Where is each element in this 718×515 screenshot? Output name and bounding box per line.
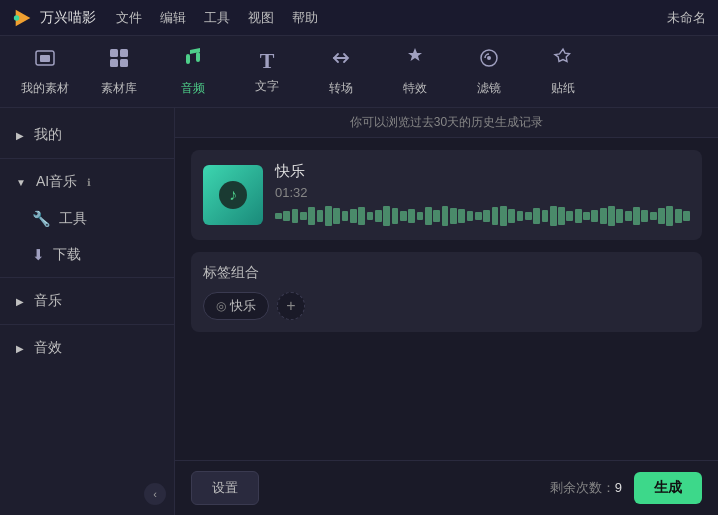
bottom-right: 剩余次数：9 生成 [550,472,702,504]
logo: 万兴喵影 [12,7,96,29]
title-menu: 文件 编辑 工具 视图 帮助 [116,9,667,27]
tools-icon: 🔧 [32,210,51,228]
toolbar-effect-label: 特效 [403,80,427,97]
sidebar-download-label: 下载 [53,246,81,264]
ai-tag: ℹ [87,177,91,188]
my-material-icon [33,46,57,76]
tags-row: ◎ 快乐 + [203,292,690,320]
toolbar-sticker-label: 贴纸 [551,80,575,97]
sidebar-item-music[interactable]: ▶ 音乐 [0,282,174,320]
arrow-icon-ai: ▼ [16,177,26,188]
logo-icon [12,7,34,29]
tags-title: 标签组合 [203,264,690,282]
filter-icon [477,46,501,76]
effect-icon [403,46,427,76]
menu-help[interactable]: 帮助 [292,9,318,27]
audio-icon [181,46,205,76]
transition-icon [329,46,353,76]
add-icon: + [286,297,295,315]
svg-rect-8 [186,54,190,64]
toolbar-audio[interactable]: 音频 [158,42,228,102]
sidebar-collapse-button[interactable]: ‹ [144,483,166,505]
music-info: 快乐 01:32 [275,162,690,228]
bottom-bar: 设置 剩余次数：9 生成 [175,460,718,515]
toolbar-library[interactable]: 素材库 [84,42,154,102]
sidebar-item-effects[interactable]: ▶ 音效 [0,329,174,367]
toolbar-text[interactable]: T 文字 [232,42,302,102]
title-bar: 万兴喵影 文件 编辑 工具 视图 帮助 未命名 [0,0,718,36]
project-name: 未命名 [667,9,706,27]
sidebar-tools-label: 工具 [59,210,87,228]
svg-rect-7 [120,59,128,67]
add-tag-button[interactable]: + [277,292,305,320]
remaining-count: 9 [615,480,622,495]
menu-view[interactable]: 视图 [248,9,274,27]
svg-rect-5 [120,49,128,57]
music-title: 快乐 [275,162,690,181]
svg-point-1 [14,15,20,21]
info-text: 你可以浏览过去30天的历史生成记录 [350,115,543,129]
toolbar-my-material-label: 我的素材 [21,80,69,97]
arrow-icon-music: ▶ [16,296,24,307]
sidebar-item-my[interactable]: ▶ 我的 [0,116,174,154]
info-bar: 你可以浏览过去30天的历史生成记录 [175,108,718,138]
toolbar-my-material[interactable]: 我的素材 [10,42,80,102]
svg-rect-9 [196,52,200,62]
toolbar-text-label: 文字 [255,78,279,95]
toolbar-filter[interactable]: 滤镜 [454,42,524,102]
arrow-icon-effects: ▶ [16,343,24,354]
sidebar-item-download[interactable]: ⬇ 下载 [0,237,174,273]
tag-happy[interactable]: ◎ 快乐 [203,292,269,320]
menu-edit[interactable]: 编辑 [160,9,186,27]
toolbar-transition-label: 转场 [329,80,353,97]
sidebar-effects-label: 音效 [34,339,62,357]
music-thumb-inner: ♪ [219,181,247,209]
toolbar-filter-label: 滤镜 [477,80,501,97]
settings-button[interactable]: 设置 [191,471,259,505]
generate-button[interactable]: 生成 [634,472,702,504]
tag-icon: ◎ [216,299,226,313]
remaining-label: 剩余次数： [550,480,615,495]
music-duration: 01:32 [275,185,690,200]
music-note-icon: ♪ [229,186,237,204]
toolbar-effect[interactable]: 特效 [380,42,450,102]
toolbar: 我的素材 素材库 音频 T 文字 [0,36,718,108]
divider-1 [0,158,174,159]
sidebar: ▶ 我的 ▼ AI音乐 ℹ 🔧 工具 ⬇ 下载 ▶ 音乐 ▶ 音效 ‹ [0,108,175,515]
music-card: ♪ 快乐 01:32 [191,150,702,240]
sidebar-music-label: 音乐 [34,292,62,310]
tag-label: 快乐 [230,297,256,315]
svg-point-11 [487,56,491,60]
sticker-icon [551,46,575,76]
toolbar-library-label: 素材库 [101,80,137,97]
menu-file[interactable]: 文件 [116,9,142,27]
content-area: 你可以浏览过去30天的历史生成记录 ♪ 快乐 01:32 标签组合 ◎ 快乐 [175,108,718,515]
sidebar-item-ai-music[interactable]: ▼ AI音乐 ℹ [0,163,174,201]
toolbar-sticker[interactable]: 贴纸 [528,42,598,102]
sidebar-my-label: 我的 [34,126,62,144]
menu-tools[interactable]: 工具 [204,9,230,27]
svg-rect-4 [110,49,118,57]
divider-2 [0,277,174,278]
text-icon: T [260,48,275,74]
toolbar-audio-label: 音频 [181,80,205,97]
arrow-icon: ▶ [16,130,24,141]
waveform [275,204,690,228]
collapse-icon: ‹ [153,488,157,500]
svg-rect-6 [110,59,118,67]
download-icon: ⬇ [32,246,45,264]
divider-3 [0,324,174,325]
tags-section: 标签组合 ◎ 快乐 + [191,252,702,332]
library-icon [107,46,131,76]
sidebar-ai-music-label: AI音乐 [36,173,77,191]
music-thumbnail: ♪ [203,165,263,225]
remaining-text: 剩余次数：9 [550,479,622,497]
main-area: ▶ 我的 ▼ AI音乐 ℹ 🔧 工具 ⬇ 下载 ▶ 音乐 ▶ 音效 ‹ [0,108,718,515]
app-title: 万兴喵影 [40,9,96,27]
sidebar-item-tools[interactable]: 🔧 工具 [0,201,174,237]
toolbar-transition[interactable]: 转场 [306,42,376,102]
svg-rect-3 [40,55,50,62]
